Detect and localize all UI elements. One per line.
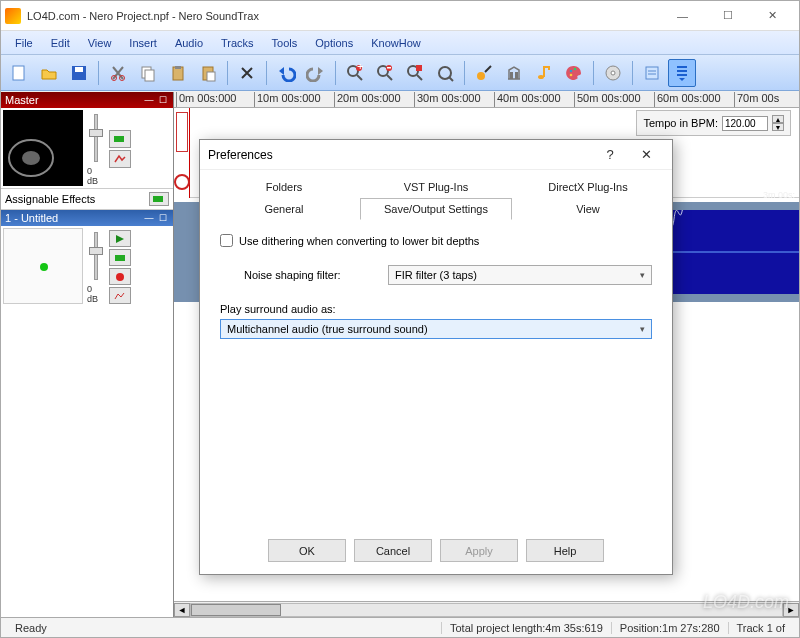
dialog-buttons: OK Cancel Apply Help bbox=[200, 539, 672, 562]
redo-icon[interactable] bbox=[302, 59, 330, 87]
svg-point-28 bbox=[611, 71, 615, 75]
dialog-body: Use dithering when converting to lower b… bbox=[200, 220, 672, 353]
dialog-help-icon[interactable]: ? bbox=[592, 142, 628, 168]
panel-min-icon[interactable]: — bbox=[143, 95, 155, 105]
track1-mute-icon[interactable] bbox=[109, 249, 131, 266]
menu-view[interactable]: View bbox=[80, 34, 120, 52]
tab-folders[interactable]: Folders bbox=[208, 176, 360, 198]
menu-tools[interactable]: Tools bbox=[264, 34, 306, 52]
apply-button[interactable]: Apply bbox=[440, 539, 518, 562]
scroll-right-icon[interactable]: ► bbox=[783, 603, 799, 617]
tab-view[interactable]: View bbox=[512, 198, 664, 220]
app-icon bbox=[5, 8, 21, 24]
tempo-label: Tempo in BPM: bbox=[643, 117, 718, 129]
tempo-down-icon[interactable]: ▼ bbox=[772, 123, 784, 131]
library-icon[interactable] bbox=[500, 59, 528, 87]
scroll-thumb[interactable] bbox=[191, 604, 281, 616]
svg-point-38 bbox=[175, 175, 189, 189]
track1-min-icon[interactable]: — bbox=[143, 213, 155, 223]
track1-header: 1 - Untitled — ☐ bbox=[1, 210, 173, 226]
panel-max-icon[interactable]: ☐ bbox=[157, 95, 169, 105]
cd-icon[interactable] bbox=[599, 59, 627, 87]
toolbar: + bbox=[1, 55, 799, 91]
help-button[interactable]: Help bbox=[526, 539, 604, 562]
maximize-button[interactable]: ☐ bbox=[705, 2, 750, 30]
surround-combo[interactable]: Multichannel audio (true surround sound)… bbox=[220, 319, 652, 339]
save-icon[interactable] bbox=[65, 59, 93, 87]
note-icon[interactable] bbox=[530, 59, 558, 87]
assignable-effects-row: Assignable Effects bbox=[1, 188, 173, 210]
ruler-tick: 30m 00s:000 bbox=[414, 92, 481, 107]
chevron-down-icon: ▾ bbox=[640, 270, 645, 280]
zoom-in-icon[interactable]: + bbox=[341, 59, 369, 87]
tab-vst[interactable]: VST Plug-Ins bbox=[360, 176, 512, 198]
master-preview bbox=[3, 110, 83, 186]
minimize-button[interactable]: — bbox=[660, 2, 705, 30]
time-ruler[interactable]: 0m 00s:000 10m 00s:000 20m 00s:000 30m 0… bbox=[174, 92, 799, 108]
horizontal-scrollbar[interactable]: ◄ ► bbox=[174, 601, 799, 617]
zoom-out-icon[interactable] bbox=[371, 59, 399, 87]
palette-icon[interactable] bbox=[560, 59, 588, 87]
assignable-btn[interactable] bbox=[149, 192, 169, 206]
cancel-button[interactable]: Cancel bbox=[354, 539, 432, 562]
menu-file[interactable]: File bbox=[7, 34, 41, 52]
titlebar: LO4D.com - Nero Project.npf - Nero Sound… bbox=[1, 1, 799, 31]
tab-general[interactable]: General bbox=[208, 198, 360, 220]
menu-options[interactable]: Options bbox=[307, 34, 361, 52]
tab-directx[interactable]: DirectX Plug-Ins bbox=[512, 176, 664, 198]
dialog-close-icon[interactable]: ✕ bbox=[628, 142, 664, 168]
copy-icon[interactable] bbox=[134, 59, 162, 87]
tempo-input[interactable] bbox=[722, 116, 768, 131]
svg-rect-0 bbox=[13, 66, 24, 80]
close-button[interactable]: ✕ bbox=[750, 2, 795, 30]
props-icon[interactable] bbox=[638, 59, 666, 87]
svg-rect-2 bbox=[75, 67, 83, 72]
track1-fx-icon[interactable] bbox=[109, 287, 131, 304]
open-icon[interactable] bbox=[35, 59, 63, 87]
master-btn1[interactable] bbox=[109, 130, 131, 148]
scroll-left-icon[interactable]: ◄ bbox=[174, 603, 190, 617]
status-total: Total project length:4m 35s:619 bbox=[441, 622, 611, 634]
delete-icon[interactable] bbox=[233, 59, 261, 87]
svg-rect-34 bbox=[114, 136, 124, 142]
paste2-icon[interactable] bbox=[194, 59, 222, 87]
svg-point-26 bbox=[570, 73, 573, 76]
master-fader[interactable]: 0 dB bbox=[87, 110, 105, 186]
tempo-up-icon[interactable]: ▲ bbox=[772, 115, 784, 123]
dither-checkbox[interactable] bbox=[220, 234, 233, 247]
menu-knowhow[interactable]: KnowHow bbox=[363, 34, 429, 52]
track1-rec-icon[interactable] bbox=[109, 268, 131, 285]
cut-icon[interactable] bbox=[104, 59, 132, 87]
status-ready: Ready bbox=[7, 622, 127, 634]
paste-icon[interactable] bbox=[164, 59, 192, 87]
more-icon[interactable] bbox=[668, 59, 696, 87]
surround-value: Multichannel audio (true surround sound) bbox=[227, 323, 640, 335]
track1-fader[interactable]: 0 dB bbox=[87, 228, 105, 304]
pan-knob[interactable] bbox=[3, 228, 83, 304]
track1-play-icon[interactable] bbox=[109, 230, 131, 247]
ruler-tick: 70m 00s bbox=[734, 92, 779, 107]
menu-audio[interactable]: Audio bbox=[167, 34, 211, 52]
track1-max-icon[interactable]: ☐ bbox=[157, 213, 169, 223]
menu-tracks[interactable]: Tracks bbox=[213, 34, 262, 52]
fx-icon[interactable] bbox=[470, 59, 498, 87]
menu-edit[interactable]: Edit bbox=[43, 34, 78, 52]
svg-rect-22 bbox=[515, 72, 518, 79]
ok-button[interactable]: OK bbox=[268, 539, 346, 562]
sidebar: Master — ☐ 0 dB Assignable Effects 1 - bbox=[1, 92, 174, 617]
surround-label: Play surround audio as: bbox=[220, 303, 652, 315]
zoom-sel-icon[interactable] bbox=[401, 59, 429, 87]
svg-rect-16 bbox=[387, 67, 391, 69]
svg-rect-35 bbox=[153, 196, 163, 202]
dialog-titlebar: Preferences ? ✕ bbox=[200, 140, 672, 170]
menu-insert[interactable]: Insert bbox=[121, 34, 165, 52]
tab-save-output[interactable]: Save/Output Settings bbox=[360, 198, 512, 220]
noise-filter-combo[interactable]: FIR filter (3 taps) ▾ bbox=[388, 265, 652, 285]
master-btn2[interactable] bbox=[109, 150, 131, 168]
undo-icon[interactable] bbox=[272, 59, 300, 87]
svg-point-25 bbox=[574, 67, 577, 70]
zoom-fit-icon[interactable] bbox=[431, 59, 459, 87]
track1-panel: 0 dB bbox=[1, 226, 173, 306]
new-icon[interactable] bbox=[5, 59, 33, 87]
dither-label: Use dithering when converting to lower b… bbox=[239, 235, 479, 247]
